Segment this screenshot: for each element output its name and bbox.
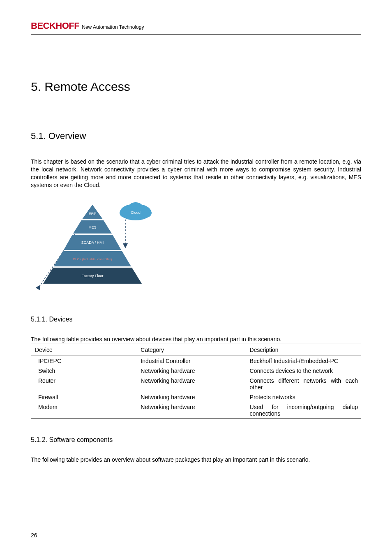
- table-row: Modem Networking hardware Used for incom…: [31, 402, 361, 419]
- brand-name: BECKHOFF: [31, 21, 79, 31]
- table-row: IPC/EPC Industrial Controller Beckhoff I…: [31, 356, 361, 366]
- cell-device: Switch: [31, 366, 136, 376]
- table-row: Firewall Networking hardware Protects ne…: [31, 392, 361, 402]
- cell-category: Networking hardware: [136, 402, 245, 419]
- cell-category: Networking hardware: [136, 366, 245, 376]
- table-row: Router Networking hardware Connects diff…: [31, 376, 361, 392]
- pyramid-layer-scada: SCADA / HMI: [81, 240, 104, 245]
- cell-device: Firewall: [31, 392, 136, 402]
- page-header: BECKHOFF New Automation Technology: [31, 21, 361, 35]
- pyramid-figure: Cloud ERP MES SCADA / HMI PLCs (Industri…: [31, 197, 171, 291]
- pyramid-layer-erp: ERP: [89, 212, 97, 216]
- pyramid-layer-factory: Factory Floor: [81, 274, 103, 278]
- table-header-description: Description: [246, 344, 361, 356]
- cell-description: Protects networks: [246, 392, 361, 402]
- pyramid-layer-plc: PLCs (Industrial controller): [73, 257, 112, 261]
- devices-intro: The following table provides an overview…: [31, 335, 361, 343]
- cell-device: Router: [31, 376, 136, 392]
- table-header-device: Device: [31, 344, 136, 356]
- cell-device: Modem: [31, 402, 136, 419]
- devices-table: Device Category Description IPC/EPC Indu…: [31, 344, 361, 419]
- cell-category: Networking hardware: [136, 392, 245, 402]
- overview-paragraph: This chapter is based on the scenario th…: [31, 158, 361, 189]
- software-paragraph: The following table provides an overview…: [31, 456, 361, 464]
- page-number: 26: [31, 532, 37, 539]
- section-heading-software: 5.1.2. Software components: [31, 436, 361, 444]
- table-row: Switch Networking hardware Connects devi…: [31, 366, 361, 376]
- cell-description: Used for incoming/outgoing dialup connec…: [246, 402, 361, 419]
- chapter-title: 5. Remote Access: [31, 80, 361, 94]
- table-header-category: Category: [136, 344, 245, 356]
- cloud-label: Cloud: [131, 210, 141, 215]
- brand-tagline: New Automation Technology: [82, 24, 144, 30]
- cell-category: Industrial Controller: [136, 356, 245, 366]
- cell-category: Networking hardware: [136, 376, 245, 392]
- section-heading-devices: 5.1.1. Devices: [31, 316, 361, 323]
- cell-description: Connects devices to the network: [246, 366, 361, 376]
- cell-device: IPC/EPC: [31, 356, 136, 366]
- cell-description: Beckhoff Industrial-/Embedded-PC: [246, 356, 361, 366]
- cell-description: Connects different networks with each ot…: [246, 376, 361, 392]
- pyramid-layer-mes: MES: [88, 225, 97, 229]
- section-heading-overview: 5.1. Overview: [31, 131, 361, 141]
